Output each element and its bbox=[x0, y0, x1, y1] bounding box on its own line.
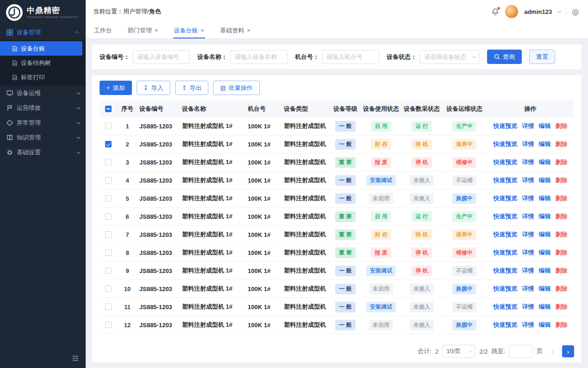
action-detail[interactable]: 详情 bbox=[522, 321, 534, 329]
row-checkbox[interactable] bbox=[105, 213, 112, 220]
action-detail[interactable]: 详情 bbox=[522, 303, 534, 311]
action-quick-preview[interactable]: 快速预览 bbox=[494, 230, 518, 239]
action-detail[interactable]: 详情 bbox=[522, 212, 534, 221]
action-edit[interactable]: 编辑 bbox=[539, 140, 551, 148]
action-edit[interactable]: 编辑 bbox=[539, 194, 551, 203]
action-delete[interactable]: 删除 bbox=[556, 285, 568, 293]
sidebar-item-device-ledger[interactable]: 设备台账 bbox=[0, 41, 82, 56]
sidebar-item-exception-management[interactable]: 异常管理 bbox=[0, 115, 86, 130]
action-quick-preview[interactable]: 快速预览 bbox=[494, 158, 518, 166]
action-delete[interactable]: 删除 bbox=[556, 321, 568, 329]
device-code-cell: JS885-1203 bbox=[138, 159, 180, 166]
action-detail[interactable]: 详情 bbox=[522, 230, 534, 239]
sidebar-item-device-structure-tree[interactable]: 设备结构树 bbox=[0, 56, 86, 70]
close-icon[interactable]: × bbox=[201, 27, 205, 34]
target-icon[interactable]: ◎ bbox=[572, 8, 579, 16]
table-card: + 添加 ↧ 导入 ↥ 导出 ▤ 批量操作 bbox=[92, 75, 582, 362]
action-delete[interactable]: 删除 bbox=[556, 230, 568, 239]
action-edit[interactable]: 编辑 bbox=[539, 122, 551, 130]
next-page-button[interactable]: › bbox=[562, 345, 574, 357]
action-quick-preview[interactable]: 快速预览 bbox=[494, 176, 518, 184]
device-code-input[interactable] bbox=[132, 50, 190, 64]
sidebar-item-device-ops[interactable]: 设备运维 bbox=[0, 86, 86, 101]
action-detail[interactable]: 详情 bbox=[522, 176, 534, 184]
action-delete[interactable]: 删除 bbox=[556, 158, 568, 166]
close-icon[interactable]: × bbox=[155, 27, 158, 34]
avatar[interactable] bbox=[505, 5, 519, 19]
action-detail[interactable]: 详情 bbox=[522, 194, 534, 203]
collapse-sidebar-icon[interactable] bbox=[72, 355, 79, 362]
action-detail[interactable]: 详情 bbox=[522, 248, 534, 257]
action-delete[interactable]: 删除 bbox=[556, 122, 568, 130]
close-icon[interactable]: × bbox=[247, 27, 250, 34]
prev-page-button[interactable]: ‹ bbox=[546, 345, 558, 357]
sidebar-item-device-management[interactable]: 设备管理 bbox=[0, 25, 86, 40]
action-detail[interactable]: 详情 bbox=[522, 140, 534, 148]
action-edit[interactable]: 编辑 bbox=[539, 248, 551, 257]
import-button[interactable]: ↧ 导入 bbox=[137, 81, 170, 95]
action-delete[interactable]: 删除 bbox=[556, 194, 568, 203]
action-delete[interactable]: 删除 bbox=[556, 303, 568, 311]
action-delete[interactable]: 删除 bbox=[556, 248, 568, 257]
action-quick-preview[interactable]: 快速预览 bbox=[494, 140, 518, 148]
machine-no-input[interactable] bbox=[322, 50, 379, 64]
row-checkbox[interactable] bbox=[105, 159, 112, 165]
action-edit[interactable]: 编辑 bbox=[539, 158, 551, 166]
action-detail[interactable]: 详情 bbox=[522, 266, 534, 275]
select-all-checkbox[interactable] bbox=[105, 106, 112, 112]
jump-page-input[interactable] bbox=[509, 345, 533, 358]
action-detail[interactable]: 详情 bbox=[522, 122, 534, 130]
tab-department-management[interactable]: 部门管理 × bbox=[127, 23, 159, 38]
action-delete[interactable]: 删除 bbox=[556, 212, 568, 221]
logo-subtitle: ZHONGDING PRECISION TECHNOLOGY bbox=[27, 16, 78, 19]
action-edit[interactable]: 编辑 bbox=[539, 321, 551, 329]
action-quick-preview[interactable]: 快速预览 bbox=[494, 303, 518, 311]
row-checkbox[interactable] bbox=[105, 304, 112, 310]
row-checkbox[interactable] bbox=[105, 177, 112, 184]
action-detail[interactable]: 详情 bbox=[522, 285, 534, 293]
sidebar-item-knowledge-management[interactable]: 知识管理 bbox=[0, 130, 86, 145]
export-button[interactable]: ↥ 导出 bbox=[175, 81, 209, 95]
action-detail[interactable]: 详情 bbox=[522, 158, 534, 166]
action-quick-preview[interactable]: 快速预览 bbox=[494, 194, 518, 203]
tab-basic-data[interactable]: 基础资料 × bbox=[219, 23, 251, 38]
daq-status-badge: 待 机 bbox=[412, 229, 432, 240]
row-checkbox[interactable] bbox=[105, 141, 112, 147]
action-quick-preview[interactable]: 快速预览 bbox=[494, 321, 518, 329]
reset-button[interactable]: 重置 bbox=[529, 50, 555, 64]
action-delete[interactable]: 删除 bbox=[556, 176, 568, 184]
device-status-select[interactable]: 请选择设备状态 bbox=[419, 50, 480, 64]
sidebar-item-operation-performance[interactable]: 运营绩效 bbox=[0, 101, 86, 115]
action-edit[interactable]: 编辑 bbox=[539, 230, 551, 239]
action-quick-preview[interactable]: 快速预览 bbox=[494, 285, 518, 293]
action-quick-preview[interactable]: 快速预览 bbox=[494, 266, 518, 275]
user-menu-chevron-icon[interactable] bbox=[557, 9, 561, 13]
row-checkbox[interactable] bbox=[105, 286, 112, 292]
action-edit[interactable]: 编辑 bbox=[539, 176, 551, 184]
action-delete[interactable]: 删除 bbox=[556, 140, 568, 148]
action-quick-preview[interactable]: 快速预览 bbox=[494, 122, 518, 130]
tab-device-ledger[interactable]: 设备台账 × bbox=[173, 23, 206, 38]
sidebar-item-label-printing[interactable]: 标签打印 bbox=[0, 70, 86, 84]
action-delete[interactable]: 删除 bbox=[556, 266, 568, 275]
sidebar-item-basic-settings[interactable]: 基础设置 bbox=[0, 145, 86, 160]
search-button[interactable]: 查询 bbox=[487, 50, 522, 64]
tab-workbench[interactable]: 工作台 bbox=[93, 23, 113, 38]
action-edit[interactable]: 编辑 bbox=[539, 303, 551, 311]
device-name-input[interactable] bbox=[230, 50, 288, 64]
action-edit[interactable]: 编辑 bbox=[539, 285, 551, 293]
row-checkbox[interactable] bbox=[105, 123, 112, 129]
row-checkbox[interactable] bbox=[105, 195, 112, 202]
add-button[interactable]: + 添加 bbox=[100, 81, 132, 95]
batch-operation-button[interactable]: ▤ 批量操作 bbox=[213, 81, 259, 95]
row-checkbox[interactable] bbox=[105, 231, 112, 238]
row-checkbox[interactable] bbox=[105, 267, 112, 274]
action-edit[interactable]: 编辑 bbox=[539, 266, 551, 275]
action-quick-preview[interactable]: 快速预览 bbox=[494, 248, 518, 257]
row-checkbox[interactable] bbox=[105, 249, 112, 256]
row-checkbox[interactable] bbox=[105, 322, 112, 328]
notification-bell-icon[interactable] bbox=[491, 8, 499, 16]
action-quick-preview[interactable]: 快速预览 bbox=[494, 212, 518, 221]
page-size-select[interactable]: 10/页 bbox=[442, 345, 475, 358]
action-edit[interactable]: 编辑 bbox=[539, 212, 551, 221]
